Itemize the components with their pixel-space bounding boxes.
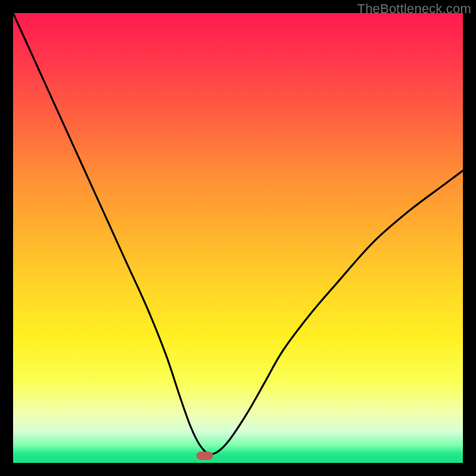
optimum-marker [196, 452, 213, 460]
chart-frame: TheBottleneck.com [0, 0, 476, 476]
bottleneck-curve [13, 13, 463, 463]
watermark-text: TheBottleneck.com [357, 1, 471, 17]
plot-area [13, 13, 463, 463]
